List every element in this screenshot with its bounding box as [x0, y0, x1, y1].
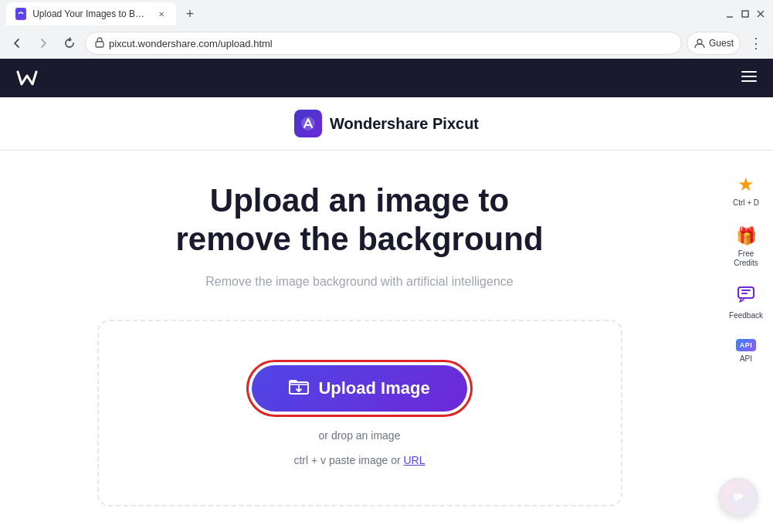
feedback-widget[interactable]: Feedback	[723, 279, 769, 328]
feedback-icon	[737, 286, 754, 308]
page-title: Upload an image to remove the background	[175, 181, 543, 259]
sidebar-widgets: ★ Ctrl + D 🎁 FreeCredits Feedb	[719, 151, 773, 532]
api-label: API	[740, 354, 752, 364]
brand-name: Wondershare Pixcut	[330, 115, 479, 133]
star-icon: ★	[737, 174, 754, 195]
feedback-label: Feedback	[729, 311, 763, 320]
upload-folder-icon	[289, 378, 309, 399]
chat-fab-button[interactable]	[719, 478, 758, 517]
svg-point-6	[697, 39, 702, 44]
upload-button-wrapper: Upload Image	[246, 360, 472, 417]
ctrl-d-widget[interactable]: ★ Ctrl + D	[723, 166, 769, 215]
refresh-button[interactable]	[59, 32, 80, 54]
paste-text: ctrl + v paste image or URL	[293, 454, 425, 466]
wondershare-logo-icon	[15, 66, 39, 90]
ctrl-d-label: Ctrl + D	[733, 198, 759, 208]
tab-favicon	[15, 8, 26, 20]
profile-button[interactable]: Guest	[687, 32, 741, 55]
browser-menu-button[interactable]: ⋮	[745, 32, 767, 54]
upload-button-label: Upload Image	[318, 378, 429, 398]
drop-text: or drop an image	[319, 429, 401, 442]
app-wrapper: Wondershare Pixcut Upload an image to re…	[0, 59, 773, 532]
maximize-button[interactable]	[739, 8, 751, 20]
window-controls	[724, 8, 767, 20]
free-credits-label: FreeCredits	[734, 249, 758, 268]
lock-icon	[95, 37, 104, 50]
url-link[interactable]: URL	[404, 454, 425, 466]
browser-nav-bar: pixcut.wondershare.com/upload.html Guest…	[0, 28, 773, 59]
upload-card: Upload Image or drop an image ctrl + v p…	[97, 320, 622, 507]
free-credits-widget[interactable]: 🎁 FreeCredits	[723, 219, 769, 276]
title-line1: Upload an image to	[175, 181, 543, 220]
brand-bar: Wondershare Pixcut	[0, 97, 773, 151]
api-widget[interactable]: API API	[723, 331, 769, 371]
browser-title-bar: Upload Your Images to BG Re... ✕ +	[0, 0, 773, 28]
close-button[interactable]	[754, 8, 767, 20]
browser-chrome: Upload Your Images to BG Re... ✕ +	[0, 0, 773, 59]
app-header	[0, 59, 773, 97]
content-area: Upload an image to remove the background…	[0, 151, 719, 532]
address-bar[interactable]: pixcut.wondershare.com/upload.html	[85, 32, 682, 55]
tab-close-button[interactable]: ✕	[156, 8, 167, 20]
svg-rect-5	[96, 42, 103, 47]
browser-tab[interactable]: Upload Your Images to BG Re... ✕	[6, 2, 176, 25]
svg-point-0	[17, 10, 25, 18]
profile-label: Guest	[709, 38, 734, 49]
header-menu-button[interactable]	[741, 68, 758, 89]
api-badge: API	[736, 339, 757, 351]
header-logo	[15, 66, 39, 90]
address-text: pixcut.wondershare.com/upload.html	[109, 38, 672, 49]
svg-rect-2	[742, 11, 748, 17]
gift-icon: 🎁	[736, 226, 757, 246]
brand-icon	[294, 110, 322, 137]
tab-title: Upload Your Images to BG Re...	[32, 8, 150, 19]
new-tab-button[interactable]: +	[179, 3, 201, 25]
main-content: Upload an image to remove the background…	[0, 151, 773, 532]
main-area: Upload an image to remove the background…	[0, 151, 773, 532]
minimize-button[interactable]	[724, 8, 736, 20]
upload-image-button[interactable]: Upload Image	[252, 365, 466, 412]
forward-button[interactable]	[32, 32, 54, 54]
title-line2: remove the background	[175, 220, 543, 259]
back-button[interactable]	[6, 32, 28, 54]
page-subtitle: Remove the image background with artific…	[205, 275, 513, 289]
